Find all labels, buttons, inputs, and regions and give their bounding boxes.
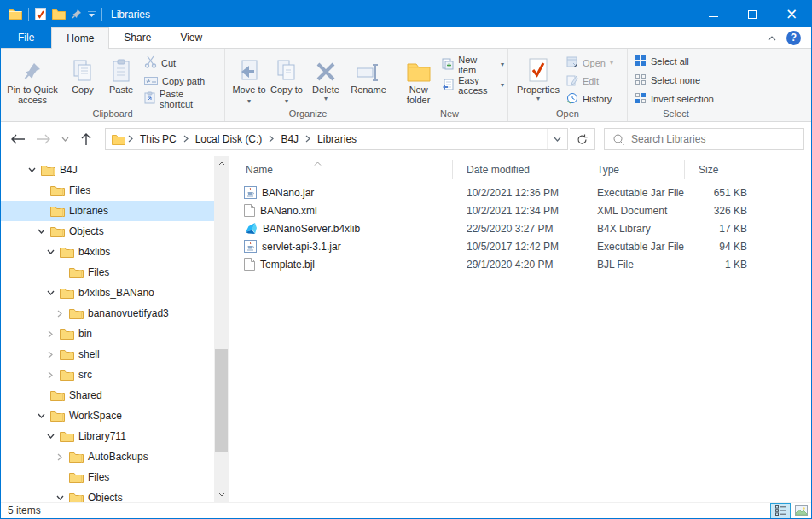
maximize-button[interactable] [733, 1, 772, 27]
copy-to-button[interactable]: Copy to ▾ [268, 51, 305, 105]
recent-locations-chevron-icon[interactable] [57, 128, 72, 150]
scrollbar-thumb[interactable] [215, 349, 228, 452]
new-folder-button[interactable]: New folder [398, 51, 438, 105]
address-bar[interactable]: This PCLocal Disk (C:)B4JLibraries [105, 128, 568, 150]
window-title: Libraries [111, 9, 150, 20]
copy-button[interactable]: Copy [64, 51, 102, 95]
open-button[interactable]: Open ▾ [563, 55, 626, 71]
tab-share[interactable]: Share [109, 27, 165, 48]
scroll-down-arrow-icon[interactable] [214, 487, 229, 502]
tree-item-src[interactable]: src [1, 364, 214, 385]
explorer-window: Libraries × File Home Share View ? [0, 0, 812, 519]
move-to-button[interactable]: Move to ▾ [230, 51, 268, 105]
chevron-down-icon[interactable] [44, 434, 57, 439]
properties-button[interactable]: Properties ▾ [513, 51, 563, 102]
tree-item-bin[interactable]: bin [1, 324, 214, 344]
tree-item-objects[interactable]: Objects [1, 487, 214, 502]
copy-path-icon [144, 75, 158, 87]
tree-item-b4xlibs[interactable]: b4xlibs [1, 242, 214, 262]
up-button[interactable] [74, 128, 98, 150]
details-view-button[interactable] [770, 503, 791, 519]
cut-button[interactable]: Cut [141, 55, 223, 71]
paste-button[interactable]: Paste [102, 51, 141, 95]
tree-item-library711[interactable]: Library711 [1, 426, 214, 446]
tree-item-label: Objects [69, 225, 104, 237]
search-input[interactable]: Search Libraries [604, 128, 804, 150]
chevron-down-icon[interactable] [34, 229, 48, 234]
tree-item-b4j[interactable]: B4J [1, 160, 214, 180]
tab-file[interactable]: File [1, 27, 51, 48]
chevron-down-icon[interactable] [53, 495, 67, 500]
tab-home[interactable]: Home [51, 27, 109, 49]
tab-view[interactable]: View [165, 27, 217, 48]
breadcrumb-segment[interactable]: Libraries [313, 133, 361, 145]
tree-scrollbar[interactable] [214, 156, 229, 502]
breadcrumb-segment[interactable]: Local Disk (C:) [191, 133, 267, 145]
column-header-date-modified[interactable]: Date modified [453, 160, 583, 179]
new-item-button[interactable]: New item ▾ [438, 56, 508, 73]
tree-item-shell[interactable]: shell [1, 344, 214, 364]
tree-item-libraries[interactable]: Libraries [1, 201, 214, 221]
file-rows: BANano.jar10/2/2021 12:36 PMExecutable J… [232, 184, 811, 273]
back-button[interactable] [6, 128, 30, 150]
tree-item-shared[interactable]: Shared [1, 385, 214, 405]
chevron-right-icon[interactable] [44, 351, 57, 359]
tree-item-workspace[interactable]: WorkSpace [1, 405, 214, 426]
column-header-size[interactable]: Size [685, 160, 757, 179]
invert-selection-button[interactable]: Invert selection [631, 90, 723, 107]
chevron-down-icon[interactable] [34, 413, 48, 418]
chevron-right-icon[interactable] [44, 371, 57, 379]
tree-item-files[interactable]: Files [1, 262, 214, 283]
column-header-type[interactable]: Type [583, 160, 685, 179]
forward-button[interactable] [32, 128, 55, 150]
file-row[interactable]: Template.bjl29/1/2020 4:20 PMBJL File1 K… [232, 255, 811, 273]
tree-item-autobackups[interactable]: AutoBackups [1, 446, 214, 467]
history-button[interactable]: History [563, 90, 626, 107]
tree-item-b4xlibs_banano[interactable]: b4xlibs_BANano [1, 283, 214, 303]
file-row[interactable]: BANano.xml10/2/2021 12:34 PMXML Document… [232, 201, 811, 219]
chevron-right-icon[interactable] [44, 330, 57, 338]
tree-item-label: Files [88, 471, 109, 483]
help-icon[interactable]: ? [786, 31, 801, 45]
select-all-button[interactable]: Select all [631, 53, 723, 69]
new-folder-icon [407, 53, 431, 82]
paste-shortcut-button[interactable]: Paste shortcut [141, 90, 223, 107]
file-row[interactable]: BANano.jar10/2/2021 12:36 PMExecutable J… [232, 184, 811, 201]
select-none-button[interactable]: Select none [631, 72, 723, 88]
close-button[interactable]: × [772, 1, 811, 27]
tree-item-files[interactable]: Files [1, 467, 214, 487]
file-row[interactable]: BANanoServer.b4xlib22/5/2020 3:27 PMB4X … [232, 219, 811, 237]
chevron-right-icon[interactable] [53, 453, 67, 461]
refresh-button[interactable] [570, 128, 595, 150]
large-icons-view-button[interactable] [791, 503, 811, 519]
column-header-name[interactable]: Name [232, 160, 453, 179]
copy-path-button[interactable]: Copy path [141, 73, 223, 89]
easy-access-icon [442, 79, 454, 92]
rename-button[interactable]: Rename [346, 51, 391, 95]
folder-icon [60, 370, 74, 381]
tree-item-files[interactable]: Files [1, 180, 214, 201]
minimize-ribbon-chevron-icon[interactable] [768, 32, 776, 44]
minimize-button[interactable] [693, 1, 733, 27]
chevron-down-icon[interactable] [44, 290, 57, 295]
tree-item-objects[interactable]: Objects [1, 221, 214, 242]
scroll-up-arrow-icon[interactable] [214, 156, 229, 171]
pin-icon[interactable] [72, 9, 82, 20]
chevron-right-icon[interactable] [53, 310, 67, 318]
pin-to-quick-access-button[interactable]: Pin to Quick access [1, 51, 64, 105]
delete-button[interactable]: Delete ▾ [305, 51, 346, 102]
breadcrumb-chevron-icon [268, 135, 275, 144]
chevron-down-icon[interactable] [44, 249, 57, 254]
easy-access-button[interactable]: Easy access ▾ [438, 77, 508, 93]
chevron-down-icon[interactable] [25, 167, 38, 172]
address-dropdown-chevron-icon[interactable] [547, 129, 567, 149]
edit-button[interactable]: Edit [563, 73, 626, 89]
tree-item-bananovuetifyad3[interactable]: bananovuetifyad3 [1, 303, 214, 324]
breadcrumb-segment[interactable]: B4J [276, 133, 303, 145]
file-row[interactable]: servlet-api-3.1.jar10/5/2017 12:42 PMExe… [232, 237, 811, 255]
new-folder-icon[interactable] [52, 9, 66, 20]
breadcrumb-segment[interactable]: This PC [136, 133, 181, 145]
customize-qat-chevron-icon[interactable] [88, 11, 96, 18]
properties-icon[interactable] [35, 8, 46, 20]
folder-icon [69, 267, 84, 278]
